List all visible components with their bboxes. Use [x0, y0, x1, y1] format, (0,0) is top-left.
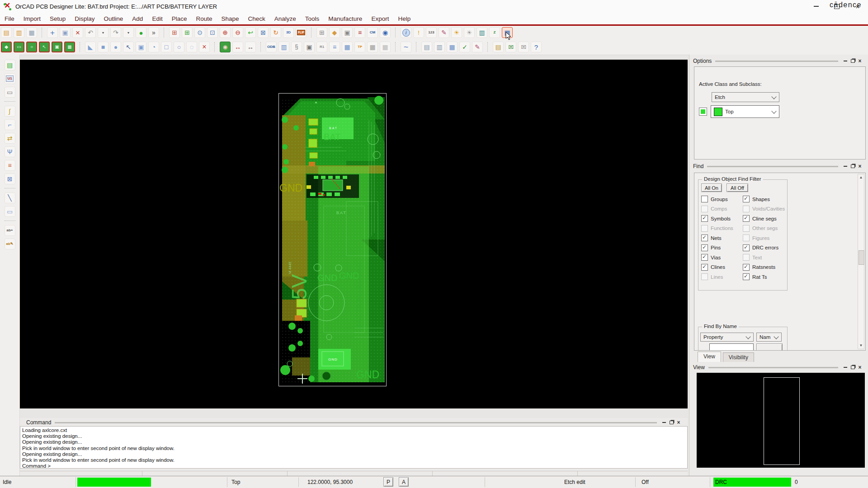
- import-logic-button[interactable]: ▤: [5, 60, 15, 70]
- cross-section-button[interactable]: ▥: [278, 42, 289, 52]
- command-log[interactable]: Loading axlcore.cxtOpening existing desi…: [20, 426, 688, 469]
- net-connect-button[interactable]: ▭: [5, 87, 15, 98]
- find-more-button[interactable]: [756, 343, 783, 351]
- zoom-previous-button[interactable]: ↩: [245, 27, 256, 38]
- highlight-pad-button[interactable]: ◉: [220, 42, 231, 52]
- snap-pick-button[interactable]: ⊞: [316, 27, 327, 38]
- menu-item-add[interactable]: Add: [127, 15, 147, 22]
- save-drawing-button[interactable]: ▦: [26, 27, 37, 38]
- options-restore-icon[interactable]: [849, 58, 856, 64]
- menu-item-help[interactable]: Help: [393, 15, 415, 22]
- shape-add-button[interactable]: ◆: [1, 42, 12, 52]
- menu-item-tools[interactable]: Tools: [301, 15, 324, 22]
- design-manual-button[interactable]: ▥: [434, 42, 445, 52]
- find-filter-symbols[interactable]: Symbols: [701, 214, 743, 224]
- shape-select-button[interactable]: ↖: [39, 42, 50, 52]
- report-list-button[interactable]: ≡: [329, 42, 340, 52]
- scroll-thumb[interactable]: [859, 250, 864, 265]
- shadow-mode-button[interactable]: ☀: [451, 27, 462, 38]
- numeric-display-button[interactable]: 123: [426, 27, 437, 38]
- find-filter-groups[interactable]: Groups: [701, 194, 743, 204]
- find-filter-drc-errors[interactable]: DRC errors: [743, 243, 788, 253]
- redo-button[interactable]: ↷: [110, 27, 121, 38]
- view-minimap[interactable]: [697, 373, 865, 468]
- menu-item-file[interactable]: File: [0, 15, 19, 22]
- dim-mode-button[interactable]: ☀: [464, 27, 475, 38]
- class-dropdown[interactable]: Etch: [712, 92, 779, 102]
- shape-add-circle-button[interactable]: ○: [26, 42, 37, 52]
- rect-outline-tool[interactable]: □: [161, 42, 172, 52]
- checkbox-icon[interactable]: [743, 273, 750, 280]
- new-drawing-button[interactable]: ▤: [1, 27, 12, 38]
- command-minimize-icon[interactable]: [660, 419, 668, 426]
- copy-shape-tool[interactable]: ▣: [136, 42, 146, 52]
- view-minimize-icon[interactable]: [842, 364, 849, 371]
- spreadsheet-export-button[interactable]: Z: [489, 27, 500, 38]
- menu-item-shape[interactable]: Shape: [217, 15, 243, 22]
- move-origin-button[interactable]: ▣: [342, 27, 353, 38]
- checkbox-icon[interactable]: [701, 264, 708, 271]
- db-status-icon[interactable]: ●: [136, 27, 146, 38]
- circle-outline-tool[interactable]: ○: [174, 42, 184, 52]
- shape-void-button[interactable]: ▣: [52, 42, 62, 52]
- shape-edit-boundary-button[interactable]: ▦: [64, 42, 75, 52]
- find-property-dropdown[interactable]: Property: [700, 333, 754, 342]
- add-route-button[interactable]: ∫: [5, 106, 15, 117]
- edit-text-button[interactable]: ab✎: [5, 239, 15, 249]
- scroll-up-icon[interactable]: ▲: [858, 174, 864, 181]
- checkbox-icon[interactable]: [743, 264, 750, 271]
- view-3d-button[interactable]: 3D: [283, 27, 294, 38]
- checkbox-icon[interactable]: [701, 215, 708, 222]
- help-button[interactable]: ?: [531, 42, 542, 52]
- select-rect-tool[interactable]: ◌: [186, 42, 197, 52]
- find-restore-icon[interactable]: [849, 163, 856, 169]
- find-minimize-icon[interactable]: [842, 163, 849, 169]
- checklist-button[interactable]: ✓: [459, 42, 470, 52]
- checkbox-icon[interactable]: [701, 235, 708, 241]
- grid-toggle[interactable]: ⊞: [182, 27, 193, 38]
- world-view-button[interactable]: ◉: [380, 27, 391, 38]
- cross-section-x-button[interactable]: ⊠: [5, 174, 15, 184]
- odb-export-button[interactable]: ODB: [266, 42, 277, 52]
- shape-add-rect-button[interactable]: ▭: [14, 42, 24, 52]
- minimize-icon[interactable]: [806, 0, 826, 13]
- menu-item-import[interactable]: Import: [19, 15, 45, 22]
- checkbox-icon[interactable]: [743, 244, 750, 251]
- move-button[interactable]: +: [47, 27, 58, 38]
- waveform-button[interactable]: ▥: [476, 27, 487, 38]
- bus-route-button[interactable]: ≡: [5, 160, 15, 171]
- add-line-button[interactable]: ╲: [5, 192, 15, 203]
- find-filter-ratsnests[interactable]: Ratsnests: [743, 263, 788, 272]
- menu-item-check[interactable]: Check: [244, 15, 270, 22]
- find-scrollbar[interactable]: ▲ ▼: [858, 174, 864, 349]
- slide-button[interactable]: ⇄: [5, 133, 15, 144]
- add-rect-button[interactable]: ▭: [5, 206, 15, 217]
- scroll-down-icon[interactable]: ▼: [858, 343, 864, 349]
- artwork-grid-button[interactable]: ▦: [342, 42, 353, 52]
- command-close-icon[interactable]: ×: [675, 419, 682, 426]
- find-filter-rat-ts[interactable]: Rat Ts: [743, 272, 788, 282]
- find-close-icon[interactable]: ×: [856, 163, 863, 169]
- menu-item-analyze[interactable]: Analyze: [270, 15, 301, 22]
- zoom-fit-button[interactable]: ⊡: [207, 27, 218, 38]
- all-on-button[interactable]: All On: [701, 183, 722, 192]
- tune-route-button[interactable]: ~: [401, 42, 411, 52]
- menu-item-edit[interactable]: Edit: [147, 15, 167, 22]
- zoom-world-button[interactable]: ⊠: [258, 27, 269, 38]
- info-button[interactable]: i: [401, 27, 411, 38]
- design-canvas[interactable]: BAT BAT GND M 4445 5V GND GND BAT BATTER…: [20, 60, 688, 408]
- zoom-in-button[interactable]: ⊕: [220, 27, 231, 38]
- shape-corner-tool[interactable]: ◣: [85, 42, 96, 52]
- pick-mode-button[interactable]: P: [383, 477, 393, 487]
- checkbox-icon[interactable]: [701, 254, 708, 261]
- hovered-toolbar-button[interactable]: ▦: [502, 27, 513, 38]
- export-mail-button[interactable]: ✉: [505, 42, 516, 52]
- design-notes-button[interactable]: ▤: [493, 42, 504, 52]
- subclass-color-swatch[interactable]: [699, 108, 707, 116]
- color-swatches-button[interactable]: ◆: [329, 27, 340, 38]
- open-drawing-button[interactable]: ▥: [14, 27, 24, 38]
- menu-item-manufacture[interactable]: Manufacture: [324, 15, 367, 22]
- testpoint-button[interactable]: TP: [354, 42, 365, 52]
- toolbar-overflow-button[interactable]: »: [148, 27, 159, 38]
- snapshot-button[interactable]: ▣: [304, 42, 315, 52]
